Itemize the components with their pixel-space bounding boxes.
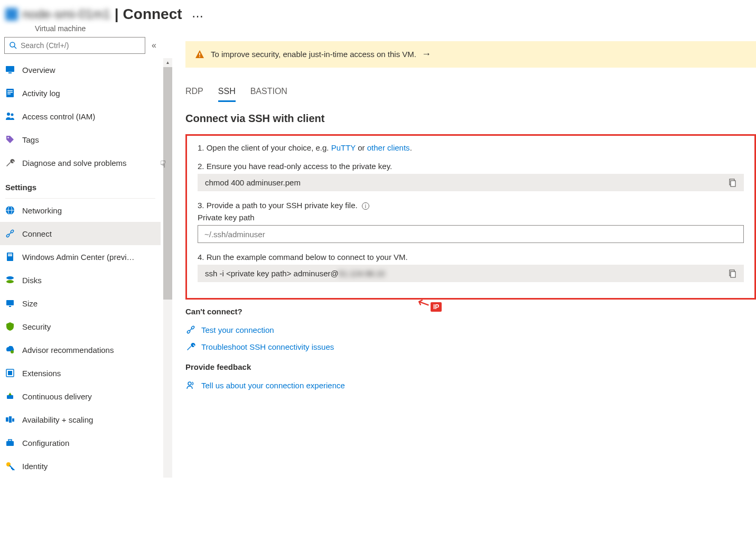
- svg-line-16: [9, 232, 11, 235]
- search-input[interactable]: [4, 37, 145, 54]
- search-field[interactable]: [21, 41, 141, 50]
- svg-rect-28: [6, 417, 8, 422]
- code-prefix: ssh -i <private key path> adminuser@: [205, 269, 339, 278]
- svg-line-42: [190, 329, 192, 331]
- svg-rect-18: [8, 254, 12, 255]
- nav-tags[interactable]: Tags: [0, 128, 161, 151]
- link-text[interactable]: Tell us about your connection experience: [201, 381, 345, 390]
- info-icon[interactable]: i: [362, 202, 369, 210]
- tab-ssh[interactable]: SSH: [218, 82, 236, 102]
- nav-advisor[interactable]: Advisor recommendations: [0, 338, 161, 361]
- link-text[interactable]: Troubleshoot SSH connectivity issues: [201, 342, 334, 351]
- svg-rect-34: [199, 53, 200, 55]
- tag-icon: [5, 135, 15, 144]
- nav-label: Extensions: [22, 369, 61, 378]
- svg-rect-29: [9, 416, 12, 423]
- step4-text: 4. Run the example command below to conn…: [198, 253, 744, 262]
- arrow-right-icon: →: [422, 49, 431, 60]
- ip-annotation: ↖ IP: [417, 294, 442, 312]
- step-4: 4. Run the example command below to conn…: [198, 253, 744, 282]
- nav-connect[interactable]: Connect: [0, 222, 161, 245]
- nav-label: Security: [22, 322, 51, 331]
- toolbox-icon: [5, 438, 15, 447]
- nav-security[interactable]: Security: [0, 315, 161, 338]
- nav-disks[interactable]: Disks: [0, 268, 161, 292]
- nav-label: Disks: [22, 276, 42, 285]
- svg-point-9: [11, 114, 14, 116]
- private-key-label: Private key path: [198, 213, 744, 222]
- vm-icon: [5, 8, 18, 21]
- svg-point-8: [7, 113, 10, 116]
- cursor-icon: ☟: [160, 158, 166, 170]
- feedback-heading: Provide feedback: [185, 362, 756, 371]
- step3-text: 3. Provide a path to your SSH private ke…: [198, 201, 358, 210]
- svg-rect-27: [7, 395, 13, 399]
- callout-box: 1. Open the client of your choice, e.g. …: [185, 134, 756, 300]
- nav-networking[interactable]: Networking: [0, 199, 161, 222]
- code-text: chmod 400 adminuser.pem: [205, 178, 301, 187]
- page-separator: |: [115, 6, 119, 23]
- nav-cd[interactable]: Continuous delivery: [0, 385, 161, 408]
- svg-rect-2: [6, 66, 14, 72]
- nav-label: Connect: [22, 229, 52, 238]
- svg-line-1: [14, 46, 16, 49]
- nav-extensions[interactable]: Extensions: [0, 361, 161, 385]
- globe-icon: [5, 206, 15, 215]
- nav-label: Access control (IAM): [22, 112, 95, 121]
- wrench-icon: [185, 341, 196, 352]
- sidebar: « ▲ Overview Activity log Access control…: [0, 33, 161, 482]
- step2-text: 2. Ensure you have read-only access to t…: [198, 162, 744, 171]
- log-icon: [5, 88, 15, 98]
- connect-icon: [185, 324, 196, 335]
- svg-rect-32: [8, 440, 12, 441]
- nav-activity-log[interactable]: Activity log: [0, 81, 161, 105]
- size-icon: [5, 299, 15, 308]
- other-clients-link[interactable]: other clients: [367, 143, 410, 152]
- nav-availability[interactable]: Availability + scaling: [0, 408, 161, 431]
- extensions-icon: [5, 368, 15, 378]
- nav-size[interactable]: Size: [0, 292, 161, 315]
- svg-rect-3: [8, 72, 12, 73]
- step1-suffix: .: [410, 143, 412, 152]
- svg-rect-31: [6, 441, 14, 446]
- nav-identity[interactable]: Identity: [0, 454, 161, 478]
- page-header: node-smi-01m1 | Connect ⋯ Virtual machin…: [0, 0, 756, 33]
- collapse-sidebar-button[interactable]: «: [152, 41, 156, 50]
- copy-icon[interactable]: [728, 269, 736, 278]
- nav-overview[interactable]: Overview: [0, 58, 161, 81]
- connect-tabs: RDP SSH BASTION: [185, 82, 756, 102]
- nav-label: Activity log: [22, 89, 60, 98]
- svg-point-20: [6, 276, 14, 279]
- tab-rdp[interactable]: RDP: [185, 82, 203, 102]
- nav-label: Advisor recommendations: [22, 346, 114, 355]
- more-button[interactable]: ⋯: [192, 5, 203, 23]
- nav-iam[interactable]: Access control (IAM): [0, 105, 161, 128]
- feedback-link[interactable]: Tell us about your connection experience: [185, 377, 756, 394]
- arrow-annotation-icon: ↖: [414, 293, 433, 314]
- private-key-input[interactable]: [198, 225, 744, 243]
- banner-text: To improve security, enable just-in-time…: [211, 50, 416, 59]
- section-heading: Connect via SSH with client: [185, 113, 756, 125]
- server-icon: [5, 252, 15, 262]
- step-3: 3. Provide a path to your SSH private ke…: [198, 201, 744, 243]
- link-text[interactable]: Test your connection: [201, 325, 274, 334]
- svg-point-43: [188, 382, 191, 385]
- ip-address: 51.124.98.10: [339, 269, 385, 278]
- nav-label: Windows Admin Center (previ…: [22, 253, 135, 262]
- nav-wac[interactable]: Windows Admin Center (previ…: [0, 245, 161, 268]
- svg-rect-7: [7, 94, 11, 95]
- nav-diagnose[interactable]: Diagnose and solve problems: [0, 151, 161, 174]
- svg-rect-30: [12, 418, 14, 422]
- tab-bastion[interactable]: BASTION: [250, 82, 287, 102]
- nav-label: Overview: [22, 66, 55, 74]
- security-banner[interactable]: To improve security, enable just-in-time…: [185, 41, 756, 68]
- putty-link[interactable]: PuTTY: [331, 143, 356, 152]
- chmod-command: chmod 400 adminuser.pem: [198, 174, 744, 191]
- nav-label: Size: [22, 299, 38, 308]
- copy-icon[interactable]: [728, 179, 736, 187]
- svg-rect-6: [7, 92, 13, 93]
- connect-icon: [5, 229, 15, 238]
- test-connection-link[interactable]: Test your connection: [185, 321, 756, 338]
- nav-configuration[interactable]: Configuration: [0, 431, 161, 454]
- troubleshoot-link[interactable]: Troubleshoot SSH connectivity issues: [185, 338, 756, 355]
